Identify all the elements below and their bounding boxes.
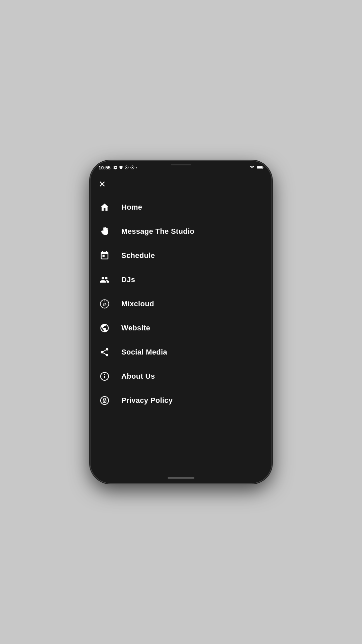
privacy-policy-label: Privacy Policy xyxy=(121,396,173,405)
status-icons: • xyxy=(113,165,137,170)
signal-icon xyxy=(130,165,134,170)
phone-screen: 10:55 xyxy=(90,161,272,483)
social-media-label: Social Media xyxy=(121,348,167,357)
home-icon xyxy=(99,201,111,213)
menu-item-schedule[interactable]: Schedule xyxy=(99,244,263,268)
home-indicator xyxy=(168,477,194,479)
settings-icon xyxy=(113,165,117,170)
menu-item-privacy-policy[interactable]: Privacy Policy xyxy=(99,388,263,413)
status-right xyxy=(249,165,263,170)
battery-icon xyxy=(257,165,263,170)
status-bar: 10:55 xyxy=(90,161,272,173)
svg-point-11 xyxy=(101,396,109,405)
people-icon xyxy=(99,274,111,286)
menu-item-social-media[interactable]: Social Media xyxy=(99,340,263,364)
schedule-label: Schedule xyxy=(121,251,155,260)
calendar-icon xyxy=(99,250,111,262)
menu-item-djs[interactable]: DJs xyxy=(99,268,263,292)
shield-icon xyxy=(119,165,123,170)
menu-item-home[interactable]: Home xyxy=(99,195,263,219)
svg-point-2 xyxy=(132,167,133,168)
hand-icon xyxy=(99,225,111,237)
info-icon xyxy=(99,370,111,382)
menu-item-about-us[interactable]: About Us xyxy=(99,364,263,388)
close-icon[interactable]: ✕ xyxy=(99,180,106,189)
menu-list: Home Message The Studio xyxy=(90,195,272,413)
svg-rect-4 xyxy=(263,166,263,168)
status-left: 10:55 xyxy=(99,165,137,170)
menu-container: ✕ Home xyxy=(90,173,272,473)
bottom-bar xyxy=(90,473,272,483)
speaker-grill xyxy=(171,164,191,165)
wifi-icon xyxy=(249,165,255,170)
close-button[interactable]: ✕ xyxy=(90,176,272,195)
menu-item-message-studio[interactable]: Message The Studio xyxy=(99,219,263,244)
play-icon xyxy=(125,165,129,170)
mixcloud-label: Mixcloud xyxy=(121,300,154,308)
svg-text:24: 24 xyxy=(103,303,107,306)
svg-rect-9 xyxy=(104,376,105,378)
menu-item-mixcloud[interactable]: 24 Mixcloud xyxy=(99,292,263,316)
svg-point-10 xyxy=(104,374,105,375)
website-label: Website xyxy=(121,324,150,332)
dot-indicator: • xyxy=(136,166,137,170)
about-us-label: About Us xyxy=(121,372,155,381)
mixcloud-icon: 24 xyxy=(99,298,111,310)
phone-frame: 10:55 xyxy=(90,161,272,483)
menu-item-website[interactable]: Website xyxy=(99,316,263,340)
share-icon xyxy=(99,346,111,358)
djs-label: DJs xyxy=(121,275,135,284)
svg-rect-5 xyxy=(257,166,262,168)
lock-icon xyxy=(99,394,111,407)
svg-point-13 xyxy=(104,401,105,402)
home-label: Home xyxy=(121,203,142,212)
globe-icon xyxy=(99,322,111,334)
status-time: 10:55 xyxy=(99,165,111,170)
message-studio-label: Message The Studio xyxy=(121,227,194,236)
